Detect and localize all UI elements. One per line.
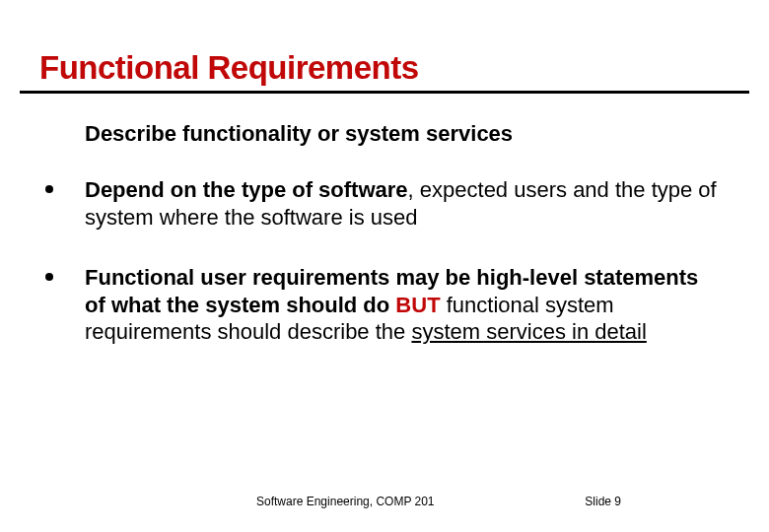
slide-title: Functional Requirements [39, 49, 769, 87]
bullet-bold: Depend on the type of software [85, 177, 408, 202]
bullet-icon [45, 185, 53, 193]
bullet-underline: system services in detail [411, 319, 646, 344]
bullet-but: BUT [395, 293, 440, 317]
bullet-text: Depend on the type of software, expected… [85, 176, 720, 231]
slide: Functional Requirements Describe functio… [0, 0, 769, 532]
bullet-item: Depend on the type of software, expected… [45, 176, 720, 231]
bullet-icon [45, 273, 53, 281]
footer-right: Slide 9 [585, 495, 641, 508]
title-area: Functional Requirements [0, 0, 769, 87]
bullet-item: Functional user requirements may be high… [45, 264, 720, 346]
intro-text: Describe functionality or system service… [85, 121, 720, 147]
bullet-text: Functional user requirements may be high… [85, 264, 720, 346]
footer: Software Engineering, COMP 201 Slide 9 [0, 495, 769, 508]
footer-left: Software Engineering, COMP 201 [256, 495, 435, 508]
content-area: Describe functionality or system service… [0, 94, 769, 346]
